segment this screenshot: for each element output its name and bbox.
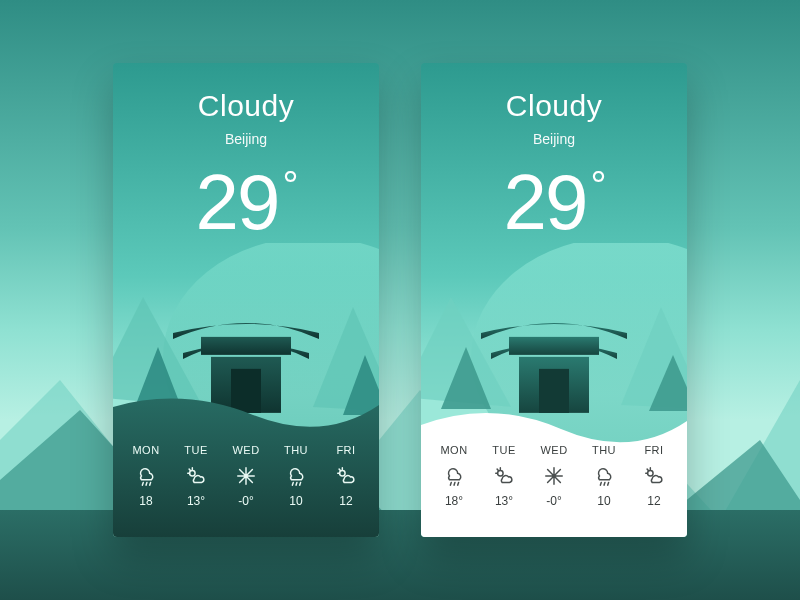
svg-rect-8 [231,369,261,413]
rain-icon [442,464,466,488]
degree-symbol: ° [282,163,296,207]
forecast-day[interactable]: MON 18° [432,444,476,508]
temperature-number: 29 [504,158,587,246]
card-header: Cloudy Beijing 29° [113,63,379,248]
temperature-value: 29° [113,157,379,248]
weather-card-light[interactable]: Cloudy Beijing 29° MON 18° TUE 13° WED -… [421,63,687,537]
forecast-temp: 13° [482,494,526,508]
svg-point-21 [648,471,654,477]
forecast-day-label: THU [274,444,318,456]
forecast-day-label: THU [582,444,626,456]
partly-sunny-icon [492,464,516,488]
forecast-day[interactable]: TUE 13° [174,444,218,508]
forecast-temp: -0° [532,494,576,508]
svg-rect-9 [201,337,291,355]
weather-card-dark[interactable]: Cloudy Beijing 29° MON 18 TUE 13° WED -0… [113,63,379,537]
degree-symbol: ° [590,163,604,207]
forecast-temp: 12 [324,494,368,508]
temperature-value: 29° [421,157,687,248]
forecast-temp: 18° [432,494,476,508]
forecast-day[interactable]: MON 18 [124,444,168,508]
rain-icon [284,464,308,488]
card-container: Cloudy Beijing 29° MON 18 TUE 13° WED -0… [0,0,800,600]
forecast-day-label: MON [432,444,476,456]
forecast-day-label: TUE [482,444,526,456]
snow-icon [542,464,566,488]
forecast-temp: 10 [582,494,626,508]
forecast-day-label: FRI [632,444,676,456]
rain-icon [134,464,158,488]
forecast-temp: -0° [224,494,268,508]
svg-point-11 [340,471,346,477]
svg-rect-19 [509,337,599,355]
forecast-day-label: MON [124,444,168,456]
partly-sunny-icon [184,464,208,488]
weather-condition: Cloudy [421,89,687,123]
forecast-day-label: FRI [324,444,368,456]
forecast-day[interactable]: THU 10 [582,444,626,508]
forecast-row: MON 18 TUE 13° WED -0° THU 10 FRI [113,419,379,537]
rain-icon [592,464,616,488]
forecast-day-label: WED [532,444,576,456]
forecast-day[interactable]: FRI 12 [324,444,368,508]
forecast-day[interactable]: WED -0° [532,444,576,508]
forecast-day[interactable]: TUE 13° [482,444,526,508]
city-label: Beijing [113,131,379,147]
forecast-day[interactable]: FRI 12 [632,444,676,508]
partly-sunny-icon [642,464,666,488]
forecast-day-label: WED [224,444,268,456]
weather-condition: Cloudy [113,89,379,123]
svg-point-10 [190,471,196,477]
forecast-temp: 12 [632,494,676,508]
forecast-day-label: TUE [174,444,218,456]
forecast-row: MON 18° TUE 13° WED -0° THU 10 FRI [421,419,687,537]
svg-point-20 [498,471,504,477]
forecast-day[interactable]: WED -0° [224,444,268,508]
forecast-temp: 13° [174,494,218,508]
forecast-temp: 10 [274,494,318,508]
card-header: Cloudy Beijing 29° [421,63,687,248]
snow-icon [234,464,258,488]
forecast-temp: 18 [124,494,168,508]
forecast-day[interactable]: THU 10 [274,444,318,508]
city-label: Beijing [421,131,687,147]
temperature-number: 29 [196,158,279,246]
partly-sunny-icon [334,464,358,488]
